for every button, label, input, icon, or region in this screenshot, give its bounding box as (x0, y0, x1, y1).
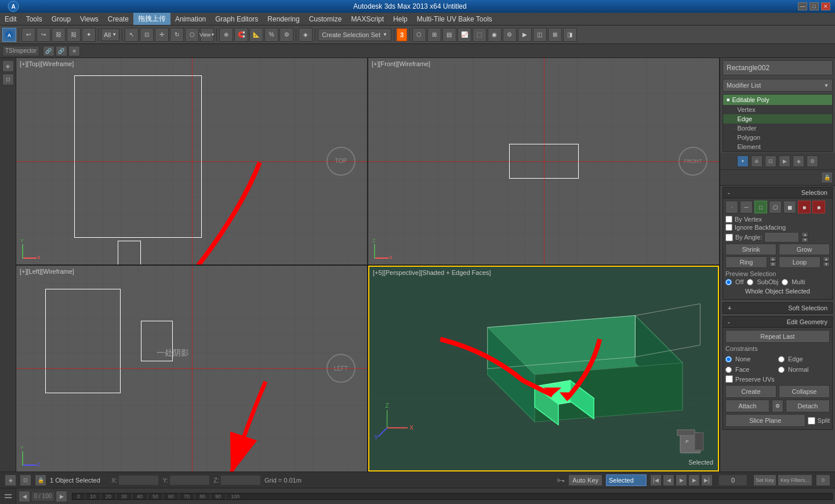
collapse-btn[interactable]: Collapse (779, 385, 830, 398)
angle-value-input[interactable]: 45.0 (764, 232, 799, 242)
schematic-btn[interactable]: ⬚ (473, 28, 487, 42)
display-panel-icon[interactable]: ◈ (793, 155, 804, 167)
z-coord-input[interactable]: 0.0m (220, 475, 261, 485)
face-constraint-radio[interactable] (725, 367, 732, 373)
editable-poly-header[interactable]: ■ Editable Poly (723, 95, 832, 105)
shrink-btn[interactable]: Shrink (725, 244, 776, 255)
left-tool-1[interactable]: ◈ (2, 60, 14, 72)
preserve-uvs-checkbox[interactable] (725, 375, 733, 383)
border-item[interactable]: ·· Border (723, 124, 832, 133)
by-angle-checkbox[interactable] (725, 234, 733, 241)
viewport-front[interactable]: [+][Front][Wireframe] FRONT X Z (368, 58, 719, 264)
split-checkbox[interactable] (808, 417, 815, 425)
loop-up[interactable]: ▲ (823, 256, 830, 262)
key-icon[interactable]: 🗝 (557, 476, 565, 485)
grow-btn[interactable]: Grow (779, 244, 830, 255)
menu-rendering[interactable]: Rendering (263, 13, 304, 25)
select-region-btn[interactable]: ⊡ (140, 28, 154, 42)
close-btn[interactable]: ✕ (821, 2, 830, 10)
maximize-btn[interactable]: □ (809, 2, 819, 10)
slice-plane-btn[interactable]: Slice Plane (725, 414, 805, 427)
ref-coord-btn[interactable]: View ▼ (200, 28, 214, 42)
border-icon[interactable]: □ (754, 201, 767, 213)
angle-down-arrow[interactable]: ▼ (801, 237, 808, 242)
percent-snap-btn[interactable]: % (264, 28, 278, 42)
sub-btn2[interactable]: 🔗 (56, 46, 67, 56)
extra-btn1[interactable]: ◫ (533, 28, 547, 42)
object-name-field[interactable]: Rectangle002 (723, 60, 833, 75)
set-key-btn[interactable]: Set Key (753, 474, 776, 486)
create-selection-dropdown[interactable]: Create Selection Set ▼ (318, 28, 391, 41)
lock-icon[interactable]: 🔒 (821, 172, 833, 183)
render-btn[interactable]: ▶ (518, 28, 532, 42)
spinner-snap-btn[interactable]: ⚙ (279, 28, 293, 42)
menu-dragupload[interactable]: 拖拽上传 (133, 13, 170, 25)
move-btn[interactable]: ✛ (155, 28, 169, 42)
edge-icon[interactable]: ─ (740, 201, 753, 213)
menu-tools[interactable]: Tools (21, 13, 47, 25)
edge-constraint-radio[interactable] (778, 356, 785, 362)
attach-settings-btn[interactable]: ⚙ (772, 400, 783, 412)
menu-create[interactable]: Create (103, 13, 133, 25)
none-constraint-radio[interactable] (725, 356, 732, 362)
modifier-list-dropdown[interactable]: Modifier List ▼ (723, 79, 833, 92)
menu-multitile[interactable]: Multi-Tile UV Bake Tools (412, 13, 497, 25)
play-btn[interactable]: ▶ (676, 474, 687, 486)
pivot-btn[interactable]: ⊕ (219, 28, 233, 42)
loop-down[interactable]: ▼ (823, 262, 830, 267)
unlink-btn[interactable]: ⛓ (67, 28, 81, 42)
create-panel-icon[interactable]: + (737, 155, 749, 167)
ring-btn[interactable]: Ring (725, 256, 767, 268)
status-icon-3[interactable]: 🔒 (35, 474, 46, 486)
go-to-end-btn[interactable]: ▶| (701, 474, 713, 486)
polygon-icon[interactable]: ⬡ (769, 201, 782, 213)
prev-frame-btn[interactable]: ◀ (663, 474, 674, 486)
y-coord-input[interactable]: -0.0011m (169, 475, 210, 485)
frame-counter[interactable]: 0 (718, 474, 747, 486)
viewport-perspective[interactable]: [+5][Perspective][Shaded + Edged Faces] (368, 266, 719, 472)
menu-customize[interactable]: Customize (304, 13, 347, 25)
create-btn[interactable]: Create (725, 385, 776, 398)
menu-animation[interactable]: Animation (170, 13, 210, 25)
curve-editor-btn[interactable]: 📈 (458, 28, 471, 42)
rotate-btn[interactable]: ↻ (170, 28, 184, 42)
snaps-btn[interactable]: 🧲 (234, 28, 248, 42)
menu-views[interactable]: Views (75, 13, 103, 25)
selection-rollout-header[interactable]: - Selection (723, 187, 833, 198)
utilities-panel-icon[interactable]: ⚙ (807, 155, 818, 167)
vertex-item[interactable]: ·· Vertex (723, 105, 832, 114)
attach-btn[interactable]: Attach (725, 400, 769, 412)
extra-btn3[interactable]: ◨ (563, 28, 577, 42)
app-icon-btn[interactable]: A (2, 28, 16, 42)
sel-icon-red2[interactable]: ■ (812, 201, 825, 213)
key-filters-btn[interactable]: Key Filters... (778, 474, 812, 486)
render-setup-btn[interactable]: ⚙ (503, 28, 517, 42)
selection-filter-dropdown[interactable]: All ▼ (101, 28, 119, 41)
minimize-btn[interactable]: — (798, 2, 807, 10)
normal-constraint-radio[interactable] (778, 367, 785, 373)
menu-group[interactable]: Group (47, 13, 75, 25)
element-icon[interactable]: ◼ (783, 201, 796, 213)
angle-up-arrow[interactable]: ▲ (801, 232, 808, 237)
align-btn[interactable]: ⊞ (427, 28, 441, 42)
polygon-item[interactable]: ·· Polygon (723, 133, 832, 142)
tl-next-btn[interactable]: ▶ (56, 491, 67, 502)
status-icon-1[interactable]: ◈ (5, 474, 16, 486)
ts-inspector-btn[interactable]: TSInspector (2, 46, 39, 56)
material-btn[interactable]: ◉ (488, 28, 502, 42)
ring-down[interactable]: ▼ (769, 262, 776, 267)
sel-icon-red1[interactable]: ■ (798, 201, 811, 213)
layer-btn[interactable]: ▤ (442, 28, 456, 42)
bind-spacewarp-btn[interactable]: ✦ (82, 28, 96, 42)
window-controls[interactable]: — □ ✕ (798, 2, 830, 10)
menu-edit[interactable]: Edit (0, 13, 21, 25)
nav-icon-top[interactable]: TOP (326, 147, 355, 176)
status-icon-2[interactable]: ⊡ (20, 474, 31, 486)
tl-prev-btn[interactable]: ◀ (19, 491, 30, 502)
ring-up[interactable]: ▲ (769, 256, 776, 262)
hierarchy-panel-icon[interactable]: ⊡ (765, 155, 776, 167)
sub-btn3[interactable]: ≡ (68, 46, 80, 56)
x-coord-input[interactable]: 0.0914m (118, 475, 159, 485)
by-vertex-checkbox[interactable] (725, 216, 732, 223)
motion-panel-icon[interactable]: ▶ (779, 155, 790, 167)
